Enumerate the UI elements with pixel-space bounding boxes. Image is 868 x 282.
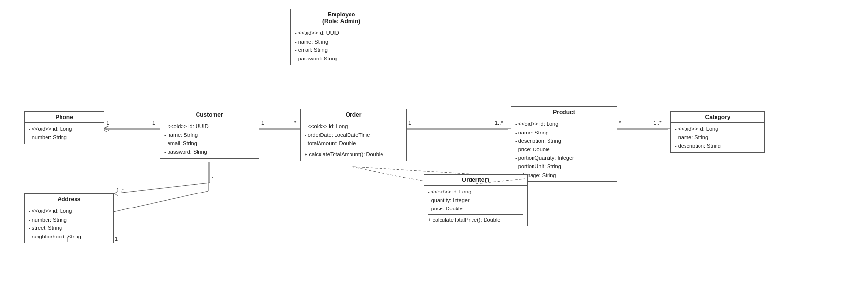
product-class: Product - <<oid>> id: Long - name: Strin… [511, 106, 617, 182]
svg-text:1: 1 [107, 120, 109, 126]
address-header: Address [25, 194, 113, 205]
category-class: Category - <<oid>> id: Long - name: Stri… [670, 111, 765, 153]
svg-text:1: 1 [408, 120, 411, 126]
category-body: - <<oid>> id: Long - name: String - desc… [671, 123, 764, 152]
phone-body: - <<oid>> id: Long - number: String [25, 123, 104, 144]
category-header: Category [671, 112, 764, 123]
phone-name: Phone [55, 114, 73, 120]
product-header: Product [511, 107, 617, 118]
employee-attr-3: - password: String [295, 55, 388, 63]
svg-text:*: * [619, 120, 621, 126]
orderitem-attr-1: - quantity: Integer [428, 196, 523, 205]
address-attr-1: - number: String [29, 216, 109, 224]
address-attr-0: - <<oid>> id: Long [29, 207, 109, 216]
employee-name: Employee [328, 11, 355, 18]
svg-line-5 [109, 191, 208, 213]
order-method-0: + calculateTotalAmount(): Double [305, 150, 402, 159]
svg-line-14 [114, 183, 210, 193]
product-name: Product [553, 109, 575, 116]
employee-attr-0: - <<oid>> id: UUID [295, 29, 388, 38]
customer-name: Customer [196, 111, 223, 118]
product-attr-0: - <<oid>> id: Long [515, 120, 613, 129]
product-body: - <<oid>> id: Long - name: String - desc… [511, 118, 617, 181]
customer-attr-0: - <<oid>> id: UUID [164, 122, 255, 131]
employee-attr-2: - email: String [295, 46, 388, 55]
category-attr-0: - <<oid>> id: Long [675, 125, 761, 134]
svg-text:1: 1 [115, 236, 118, 242]
orderitem-header: OrderItem [424, 175, 527, 186]
svg-text:1: 1 [212, 176, 214, 181]
customer-class: Customer - <<oid>> id: UUID - name: Stri… [160, 109, 259, 159]
orderitem-attr-0: - <<oid>> id: Long [428, 188, 523, 196]
order-header: Order [301, 109, 406, 120]
phone-header: Phone [25, 112, 104, 123]
orderitem-attr-2: - price: Double [428, 205, 523, 213]
svg-text:1..*: 1..* [495, 120, 503, 126]
svg-text:1..*: 1..* [654, 120, 662, 126]
category-attr-2: - description: String [675, 142, 761, 150]
product-attr-3: - price: Double [515, 146, 613, 154]
svg-text:1: 1 [261, 120, 264, 126]
address-name: Address [57, 196, 80, 203]
order-name: Order [346, 111, 362, 118]
employee-class: Employee (Role: Admin) - <<oid>> id: UUI… [290, 9, 392, 65]
order-attr-0: - <<oid>> id: Long [305, 122, 402, 131]
employee-header: Employee (Role: Admin) [291, 9, 392, 27]
order-body: - <<oid>> id: Long - orderDate: LocalDat… [301, 120, 406, 161]
product-attr-6: - urlImage: String [515, 171, 613, 180]
svg-line-17 [353, 167, 474, 174]
phone-class: Phone - <<oid>> id: Long - number: Strin… [24, 111, 104, 144]
product-attr-5: - portionUnit: String [515, 163, 613, 171]
address-class: Address - <<oid>> id: Long - number: Str… [24, 193, 114, 243]
product-attr-2: - description: String [515, 137, 613, 146]
employee-subtitle: (Role: Admin) [322, 18, 360, 25]
orderitem-body: - <<oid>> id: Long - quantity: Integer -… [424, 186, 527, 226]
uml-diagram: Employee (Role: Admin) - <<oid>> id: UUI… [0, 0, 868, 282]
svg-text:1: 1 [152, 120, 155, 126]
order-divider [305, 149, 402, 149]
address-body: - <<oid>> id: Long - number: String - st… [25, 205, 113, 243]
orderitem-method-0: + calculateTotalPrice(): Double [428, 216, 523, 224]
order-class: Order - <<oid>> id: Long - orderDate: Lo… [300, 109, 407, 161]
orderitem-name: OrderItem [462, 177, 489, 183]
customer-header: Customer [160, 109, 259, 120]
order-attr-2: - totalAmount: Double [305, 139, 402, 148]
customer-attr-3: - password: String [164, 148, 255, 157]
customer-attr-1: - name: String [164, 131, 255, 140]
svg-text:*: * [294, 120, 297, 126]
orderitem-class: OrderItem - <<oid>> id: Long - quantity:… [424, 174, 528, 226]
customer-body: - <<oid>> id: UUID - name: String - emai… [160, 120, 259, 158]
employee-attr-1: - name: String [295, 38, 388, 46]
address-attr-3: - neighborhood: String [29, 233, 109, 241]
employee-body: - <<oid>> id: UUID - name: String - emai… [291, 27, 392, 65]
order-attr-1: - orderDate: LocalDateTime [305, 131, 402, 140]
product-attr-4: - portionQuantity: Integer [515, 154, 613, 163]
category-attr-1: - name: String [675, 134, 761, 142]
svg-text:1..*: 1..* [116, 187, 124, 193]
address-attr-2: - street: String [29, 224, 109, 233]
orderitem-divider [428, 214, 523, 215]
phone-attr-1: - number: String [29, 134, 100, 142]
category-name: Category [705, 114, 730, 120]
customer-attr-2: - email: String [164, 139, 255, 148]
product-attr-1: - name: String [515, 129, 613, 137]
phone-attr-0: - <<oid>> id: Long [29, 125, 100, 134]
